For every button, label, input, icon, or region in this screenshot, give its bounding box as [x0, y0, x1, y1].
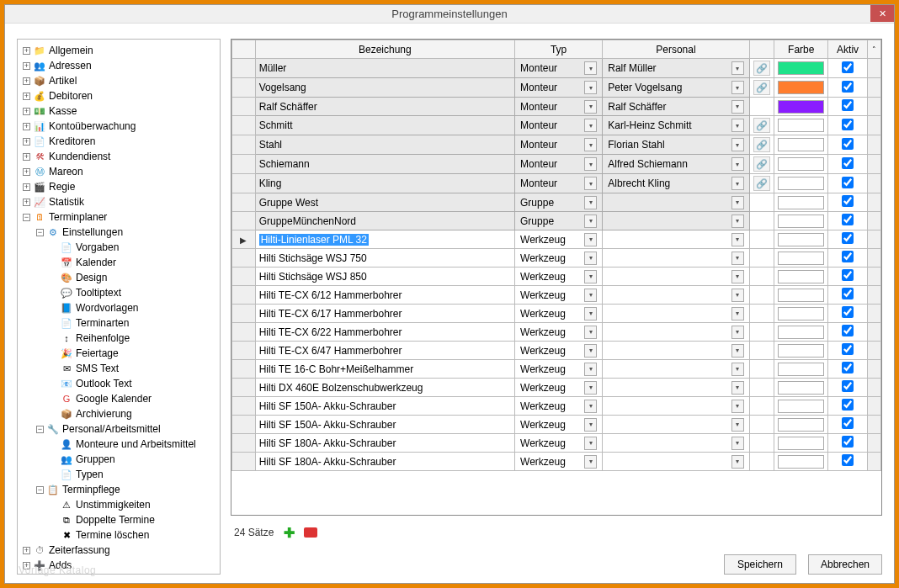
tree-item[interactable]: 📘Wordvorlagen	[48, 300, 218, 315]
aktiv-checkbox[interactable]	[842, 454, 854, 466]
color-swatch[interactable]	[778, 326, 824, 339]
cell-bezeichnung[interactable]: Müller	[255, 59, 514, 78]
scroll-track[interactable]	[867, 116, 880, 135]
chevron-down-icon[interactable]: ▾	[731, 81, 744, 94]
color-swatch[interactable]	[778, 138, 824, 151]
chevron-down-icon[interactable]: ▾	[731, 177, 744, 190]
table-row[interactable]: SchiemannMonteur▾Alfred Schiemann▾🔗	[232, 155, 881, 174]
cell-farbe[interactable]	[774, 342, 828, 360]
collapse-icon[interactable]: −	[36, 229, 44, 236]
scroll-track[interactable]	[867, 342, 880, 360]
cell-typ[interactable]: Monteur▾	[515, 59, 603, 78]
cell-personal[interactable]: ▾	[603, 193, 749, 212]
scroll-track[interactable]	[867, 230, 880, 249]
cell-farbe[interactable]	[774, 453, 828, 471]
table-row[interactable]: Hilti SF 150A- Akku-SchrauberWerkzeug▾▾	[232, 416, 881, 434]
cell-typ[interactable]: Monteur▾	[515, 155, 603, 174]
link-icon[interactable]: 🔗	[753, 118, 770, 133]
cell-bezeichnung[interactable]: Ralf Schäffer	[255, 98, 514, 116]
cell-personal[interactable]: ▾	[603, 212, 749, 230]
color-swatch[interactable]	[778, 381, 824, 395]
cell-link[interactable]	[749, 397, 774, 416]
cell-bezeichnung[interactable]: Hilti TE-CX 6/22 Hammerbohrer	[255, 323, 514, 342]
cell-aktiv[interactable]	[828, 453, 868, 471]
expand-icon[interactable]: +	[23, 93, 30, 100]
table-row[interactable]: Hilti TE-CX 6/17 HammerbohrerWerkzeug▾▾	[232, 305, 881, 323]
cell-personal[interactable]: ▾	[603, 268, 749, 286]
cell-personal[interactable]: ▾	[603, 453, 749, 471]
chevron-down-icon[interactable]: ▾	[584, 344, 597, 358]
cell-link[interactable]	[749, 379, 774, 397]
cell-personal[interactable]: ▾	[603, 286, 749, 305]
cell-aktiv[interactable]	[828, 212, 868, 230]
expand-icon[interactable]: +	[23, 123, 30, 130]
tree-item[interactable]: +🛠Kundendienst	[21, 149, 218, 164]
chevron-down-icon[interactable]: ▾	[731, 400, 744, 413]
table-row[interactable]: Hilti SF 150A- Akku-SchrauberWerkzeug▾▾	[232, 397, 881, 416]
cell-bezeichnung[interactable]: Gruppe West	[255, 193, 514, 212]
cell-link[interactable]: 🔗	[749, 174, 774, 193]
cell-aktiv[interactable]	[828, 305, 868, 323]
tree-item[interactable]: ✖Termine löschen	[48, 527, 218, 543]
cell-link[interactable]	[749, 434, 774, 453]
cell-link[interactable]: 🔗	[749, 155, 774, 174]
cell-typ[interactable]: Gruppe▾	[515, 212, 603, 230]
cell-farbe[interactable]	[774, 286, 828, 305]
table-row[interactable]: Hilti Stichsäge WSJ 850Werkzeug▾▾	[232, 268, 881, 286]
cell-farbe[interactable]	[774, 116, 828, 135]
cell-bezeichnung[interactable]: Hilti Stichsäge WSJ 850	[255, 268, 514, 286]
cell-link[interactable]: 🔗	[749, 59, 774, 78]
row-header[interactable]	[232, 174, 256, 193]
tree-item[interactable]: +👥Adressen	[21, 58, 218, 73]
chevron-down-icon[interactable]: ▾	[731, 437, 744, 450]
aktiv-checkbox[interactable]	[842, 99, 854, 111]
chevron-down-icon[interactable]: ▾	[731, 196, 744, 209]
aktiv-checkbox[interactable]	[842, 61, 854, 73]
cell-aktiv[interactable]	[828, 379, 868, 397]
cell-personal[interactable]: ▾	[603, 230, 749, 249]
collapse-icon[interactable]: −	[23, 214, 30, 221]
tree-item[interactable]: 📅Kalender	[48, 255, 218, 270]
cell-aktiv[interactable]	[828, 416, 868, 434]
chevron-down-icon[interactable]: ▾	[584, 326, 597, 339]
cell-personal[interactable]: ▾	[603, 342, 749, 360]
cell-aktiv[interactable]	[828, 323, 868, 342]
cell-farbe[interactable]	[774, 434, 828, 453]
chevron-down-icon[interactable]: ▾	[584, 61, 597, 75]
cell-bezeichnung[interactable]: Hilti Stichsäge WSJ 750	[255, 249, 514, 268]
cell-bezeichnung[interactable]: Hilti TE-CX 6/47 Hammerbohrer	[255, 342, 514, 360]
tree-item[interactable]: 👤Monteure und Arbeitsmittel	[48, 437, 218, 452]
cell-typ[interactable]: Werkzeug▾	[515, 379, 603, 397]
tree-item[interactable]: ⚠Unstimmigkeiten	[48, 497, 218, 512]
aktiv-checkbox[interactable]	[842, 251, 854, 262]
link-icon[interactable]: 🔗	[753, 80, 770, 95]
cell-typ[interactable]: Monteur▾	[515, 135, 603, 155]
cell-bezeichnung[interactable]: Vogelsang	[255, 78, 514, 98]
cell-typ[interactable]: Werkzeug▾	[515, 342, 603, 360]
scroll-track[interactable]	[867, 379, 880, 397]
cell-aktiv[interactable]	[828, 434, 868, 453]
row-header[interactable]	[232, 116, 256, 135]
table-row[interactable]: Hilti DX 460E BolzenschubwerkzeugWerkzeu…	[232, 379, 881, 397]
tree-item[interactable]: −🗓Terminplaner	[21, 209, 218, 225]
cell-link[interactable]	[749, 416, 774, 434]
chevron-down-icon[interactable]: ▾	[584, 196, 597, 209]
cell-farbe[interactable]	[774, 249, 828, 268]
cell-aktiv[interactable]	[828, 397, 868, 416]
cell-farbe[interactable]	[774, 416, 828, 434]
table-row[interactable]: Ralf SchäfferMonteur▾Ralf Schäffer▾	[232, 98, 881, 116]
row-header[interactable]	[232, 268, 256, 286]
scroll-track[interactable]	[867, 174, 880, 193]
chevron-down-icon[interactable]: ▾	[731, 252, 744, 265]
scroll-track[interactable]	[867, 212, 880, 230]
cell-bezeichnung[interactable]: Hilti-Linienlaser PML 32	[255, 230, 514, 249]
add-row-button[interactable]: ✚	[282, 526, 295, 539]
table-row[interactable]: Hilti SF 180A- Akku-SchrauberWerkzeug▾▾	[232, 434, 881, 453]
aktiv-checkbox[interactable]	[842, 195, 854, 207]
chevron-down-icon[interactable]: ▾	[584, 363, 597, 376]
cell-typ[interactable]: Monteur▾	[515, 116, 603, 135]
expand-icon[interactable]: +	[23, 547, 30, 554]
tree-item[interactable]: −⚙Einstellungen	[35, 225, 218, 240]
table-row[interactable]: Hilti TE-CX 6/22 HammerbohrerWerkzeug▾▾	[232, 323, 881, 342]
color-swatch[interactable]	[778, 252, 824, 265]
